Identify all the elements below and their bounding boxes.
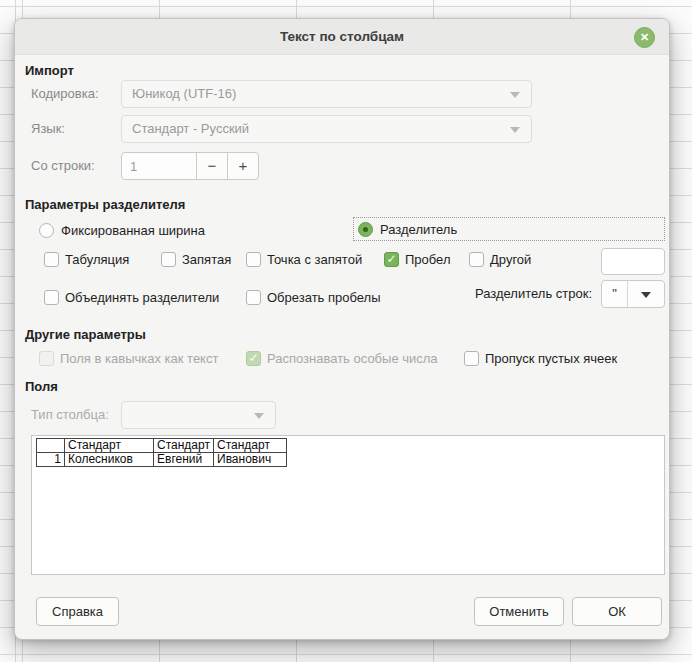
- other-options-heading: Другие параметры: [25, 327, 146, 342]
- chevron-down-icon: [641, 292, 651, 298]
- checkbox-icon: [44, 252, 59, 267]
- trim-spaces-label: Обрезать пробелы: [267, 290, 381, 305]
- other-checkbox[interactable]: Другой: [469, 250, 531, 268]
- close-button[interactable]: ✕: [634, 27, 655, 48]
- fields-section-heading: Поля: [25, 379, 58, 394]
- comma-checkbox[interactable]: Запятая: [161, 250, 231, 268]
- checkbox-icon: [246, 252, 261, 267]
- ok-button[interactable]: ОК: [572, 597, 662, 626]
- checkbox-icon: [469, 252, 484, 267]
- check-icon: ✓: [385, 252, 398, 267]
- space-checkbox[interactable]: ✓ Пробел: [384, 250, 451, 268]
- merge-delimiters-label: Объединять разделители: [65, 290, 219, 305]
- checkbox-icon: [464, 351, 479, 366]
- encoding-value: Юникод (UTF-16): [132, 86, 236, 101]
- column-header[interactable]: Стандарт: [65, 439, 154, 453]
- column-header[interactable]: Стандарт: [154, 439, 214, 453]
- string-delimiter-combobox[interactable]: ": [601, 280, 665, 308]
- fixed-width-label: Фиксированная ширина: [61, 223, 205, 238]
- language-value: Стандарт - Русский: [132, 121, 249, 136]
- chevron-down-icon: [254, 413, 264, 419]
- quoted-as-text-checkbox: Поля в кавычках как текст: [39, 349, 218, 367]
- check-icon: ✓: [247, 351, 260, 366]
- spreadsheet-background: Текст по столбцам ✕ Импорт Кодировка: Юн…: [0, 0, 692, 662]
- dialog-titlebar[interactable]: Текст по столбцам ✕: [15, 19, 669, 55]
- import-section-heading: Импорт: [25, 63, 74, 78]
- close-icon: ✕: [640, 31, 649, 43]
- dialog-title: Текст по столбцам: [15, 19, 669, 55]
- string-delimiter-value: ": [602, 281, 628, 307]
- checkbox-checked-icon: ✓: [384, 252, 399, 267]
- radio-icon: [39, 223, 54, 238]
- column-type-label: Тип столбца:: [31, 401, 109, 429]
- detect-special-numbers-checkbox: ✓ Распознавать особые числа: [246, 349, 438, 367]
- checkbox-disabled-icon: [39, 351, 54, 366]
- skip-empty-cells-checkbox[interactable]: Пропуск пустых ячеек: [464, 349, 617, 367]
- chevron-down-icon: [510, 127, 520, 133]
- encoding-label: Кодировка:: [31, 80, 99, 108]
- encoding-dropdown[interactable]: Юникод (UTF-16): [121, 80, 532, 108]
- preview-area[interactable]: Стандарт Стандарт Стандарт 1 Колесников …: [31, 435, 665, 575]
- semicolon-checkbox[interactable]: Точка с запятой: [246, 250, 362, 268]
- data-cell[interactable]: Иванович: [214, 453, 287, 467]
- row-number-cell: 1: [37, 453, 65, 467]
- other-delimiter-input[interactable]: [601, 248, 665, 275]
- from-row-decrement-button[interactable]: −: [196, 152, 228, 180]
- data-cell[interactable]: Евгений: [154, 453, 214, 467]
- radio-selected-icon: [358, 222, 373, 237]
- checkbox-icon: [246, 290, 261, 305]
- from-row-increment-button[interactable]: +: [227, 152, 259, 180]
- column-header[interactable]: Стандарт: [214, 439, 287, 453]
- chevron-down-icon: [510, 92, 520, 98]
- combobox-dropdown-button[interactable]: [628, 281, 664, 307]
- language-label: Язык:: [31, 115, 65, 143]
- detect-special-numbers-label: Распознавать особые числа: [267, 351, 438, 366]
- from-row-input[interactable]: [121, 152, 197, 180]
- help-button[interactable]: Справка: [36, 597, 119, 626]
- tab-label: Табуляция: [65, 252, 129, 267]
- fixed-width-radio[interactable]: Фиксированная ширина: [39, 219, 205, 241]
- tab-checkbox[interactable]: Табуляция: [44, 250, 129, 268]
- corner-cell: [37, 439, 65, 453]
- from-row-label: Со строки:: [31, 152, 95, 180]
- string-delimiter-label: Разделитель строк:: [475, 280, 592, 308]
- column-type-dropdown: [121, 401, 276, 429]
- comma-label: Запятая: [182, 252, 231, 267]
- preview-header-row: Стандарт Стандарт Стандарт: [37, 439, 287, 453]
- space-label: Пробел: [405, 252, 451, 267]
- data-cell[interactable]: Колесников: [65, 453, 154, 467]
- other-label: Другой: [490, 252, 531, 267]
- checkbox-checked-disabled-icon: ✓: [246, 351, 261, 366]
- delimited-radio[interactable]: Разделитель: [353, 217, 665, 241]
- delimited-label: Разделитель: [380, 222, 457, 237]
- merge-delimiters-checkbox[interactable]: Объединять разделители: [44, 288, 219, 306]
- trim-spaces-checkbox[interactable]: Обрезать пробелы: [246, 288, 381, 306]
- skip-empty-cells-label: Пропуск пустых ячеек: [485, 351, 617, 366]
- checkbox-icon: [161, 252, 176, 267]
- semicolon-label: Точка с запятой: [267, 252, 362, 267]
- separator-section-heading: Параметры разделителя: [25, 197, 185, 212]
- cancel-button[interactable]: Отменить: [474, 597, 564, 626]
- quoted-as-text-label: Поля в кавычках как текст: [60, 351, 218, 366]
- preview-table: Стандарт Стандарт Стандарт 1 Колесников …: [36, 438, 287, 467]
- checkbox-icon: [44, 290, 59, 305]
- text-to-columns-dialog: Текст по столбцам ✕ Импорт Кодировка: Юн…: [14, 18, 670, 640]
- language-dropdown[interactable]: Стандарт - Русский: [121, 115, 532, 143]
- preview-data-row: 1 Колесников Евгений Иванович: [37, 453, 287, 467]
